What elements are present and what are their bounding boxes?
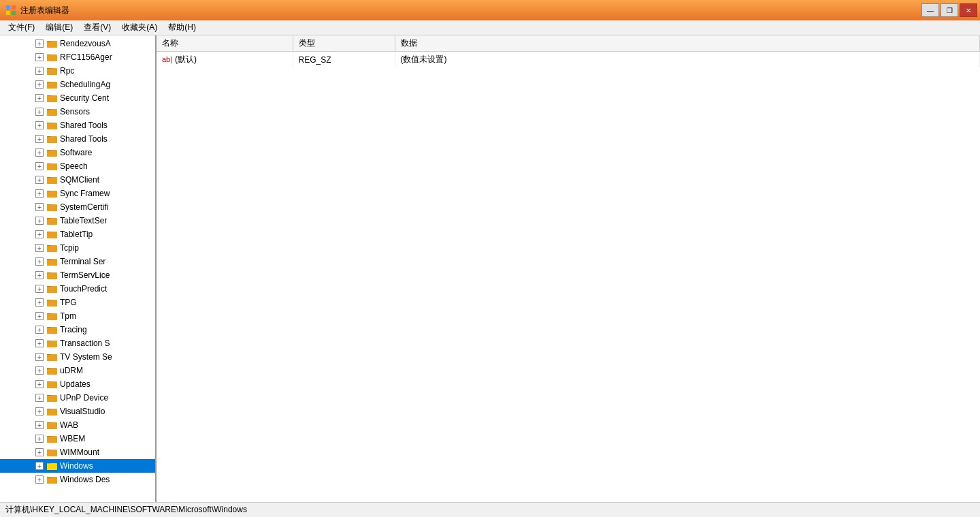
menu-item-帮助(H)[interactable]: 帮助(H): [163, 20, 201, 35]
expand-btn-Speech[interactable]: +: [35, 162, 44, 170]
tree-item-SharedTools1[interactable]: + Shared Tools: [0, 119, 155, 132]
tree-item-TouchPredict[interactable]: + TouchPredict: [0, 282, 155, 296]
expand-btn-TerminalSer[interactable]: +: [35, 257, 44, 266]
expand-btn-Software[interactable]: +: [35, 148, 44, 157]
menu-item-查看(V)[interactable]: 查看(V): [78, 20, 116, 35]
tree-item-RendezvousA[interactable]: + RendezvousA: [0, 37, 155, 50]
svg-rect-78: [47, 369, 57, 375]
tree-item-Tpm[interactable]: + Tpm: [0, 309, 155, 323]
expand-btn-SQMClient[interactable]: +: [35, 176, 44, 184]
tree-item-Sensors[interactable]: + Sensors: [0, 105, 155, 119]
table-row[interactable]: ab|(默认)REG_SZ(数值未设置): [157, 52, 980, 68]
tree-label-Tpm: Tpm: [60, 311, 76, 321]
tree-item-TabletTip[interactable]: + TabletTip: [0, 228, 155, 241]
tree-item-TransactionS[interactable]: + Transaction S: [0, 336, 155, 350]
tree-item-Tracing[interactable]: + Tracing: [0, 323, 155, 336]
tree-item-WAB[interactable]: + WAB: [0, 418, 155, 432]
tree-item-TPG[interactable]: + TPG: [0, 296, 155, 309]
expand-btn-WBEM[interactable]: +: [35, 435, 44, 443]
expand-btn-TouchPredict[interactable]: +: [35, 285, 44, 293]
expand-btn-Rpc[interactable]: +: [35, 67, 44, 75]
tree-item-WBEM[interactable]: + WBEM: [0, 432, 155, 445]
expand-btn-Tpm[interactable]: +: [35, 312, 44, 320]
tree-item-SQMClient[interactable]: + SQMClient: [0, 173, 155, 187]
svg-rect-96: [47, 450, 57, 456]
tree-item-uDRM[interactable]: + uDRM: [0, 364, 155, 377]
tree-label-Rpc: Rpc: [60, 66, 74, 76]
menu-item-收藏夹(A)[interactable]: 收藏夹(A): [116, 20, 163, 35]
expand-btn-WAB[interactable]: +: [35, 421, 44, 429]
title-bar: 注册表编辑器 — ❐ ✕: [0, 0, 980, 20]
expand-btn-SystemCertifi[interactable]: +: [35, 203, 44, 211]
tree-label-Sensors: Sensors: [60, 107, 90, 116]
tree-item-SystemCertifi[interactable]: + SystemCertifi: [0, 200, 155, 214]
tree-item-Software[interactable]: + Software: [0, 146, 155, 159]
expand-btn-TableTextSer[interactable]: +: [35, 217, 44, 225]
expand-btn-Tcpip[interactable]: +: [35, 244, 44, 252]
expand-btn-TermServLice[interactable]: +: [35, 271, 44, 279]
svg-rect-60: [47, 287, 57, 293]
expand-btn-TVSystemSe[interactable]: +: [35, 353, 44, 361]
svg-rect-99: [47, 464, 57, 470]
expand-btn-TabletTip[interactable]: +: [35, 230, 44, 238]
minimize-button[interactable]: —: [921, 3, 939, 17]
tree-item-Updates[interactable]: + Updates: [0, 377, 155, 391]
tree-item-VisualStudio[interactable]: + VisualStudio: [0, 405, 155, 418]
values-pane[interactable]: 名称 类型 数据 ab|(默认)REG_SZ(数值未设置): [157, 35, 980, 502]
expand-btn-uDRM[interactable]: +: [35, 366, 44, 375]
tree-item-Rpc[interactable]: + Rpc: [0, 64, 155, 78]
col-name: 名称: [157, 35, 293, 52]
folder-icon-Updates: [47, 379, 58, 389]
expand-btn-SyncFramew[interactable]: +: [35, 189, 44, 198]
expand-btn-Updates[interactable]: +: [35, 380, 44, 388]
tree-item-Tcpip[interactable]: + Tcpip: [0, 241, 155, 255]
expand-btn-TransactionS[interactable]: +: [35, 339, 44, 347]
expand-btn-SharedTools1[interactable]: +: [35, 121, 44, 129]
folder-icon-RFC1156Ager: [47, 52, 58, 62]
tree-item-RFC1156Ager[interactable]: + RFC1156Ager: [0, 50, 155, 64]
tree-item-TerminalSer[interactable]: + Terminal Ser: [0, 255, 155, 268]
tree-item-TermServLice[interactable]: + TermServLice: [0, 268, 155, 282]
tree-item-SharedTools2[interactable]: + Shared Tools: [0, 132, 155, 146]
expand-btn-SecurityCent[interactable]: +: [35, 94, 44, 102]
tree-pane[interactable]: + RendezvousA+ RFC1156Ager+ Rpc+ Schedul…: [0, 35, 157, 502]
expand-btn-Tracing[interactable]: +: [35, 326, 44, 334]
close-button[interactable]: ✕: [960, 3, 977, 17]
menu-item-编辑(E)[interactable]: 编辑(E): [40, 20, 78, 35]
expand-btn-VisualStudio[interactable]: +: [35, 407, 44, 416]
tree-item-SecurityCent[interactable]: + Security Cent: [0, 91, 155, 105]
expand-btn-UPnPDevice[interactable]: +: [35, 394, 44, 402]
tree-item-UPnPDevice[interactable]: + UPnP Device: [0, 391, 155, 405]
folder-icon-Tpm: [47, 311, 58, 321]
svg-rect-24: [47, 123, 57, 129]
svg-rect-90: [47, 423, 57, 429]
tree-item-Windows[interactable]: + Windows: [0, 459, 155, 473]
tree-item-WindowsDes[interactable]: + Windows Des: [0, 473, 155, 486]
split-pane: + RendezvousA+ RFC1156Ager+ Rpc+ Schedul…: [0, 35, 980, 502]
svg-rect-39: [47, 191, 57, 198]
value-type: REG_SZ: [293, 52, 395, 68]
svg-rect-27: [47, 137, 57, 143]
expand-btn-RendezvousA[interactable]: +: [35, 40, 44, 48]
tree-label-WindowsDes: Windows Des: [60, 475, 110, 484]
tree-item-SyncFramew[interactable]: + Sync Framew: [0, 187, 155, 200]
restore-button[interactable]: ❐: [941, 3, 958, 17]
expand-btn-WindowsDes[interactable]: +: [35, 475, 44, 484]
folder-icon-SQMClient: [47, 175, 58, 185]
value-data: (数值未设置): [395, 52, 980, 68]
expand-btn-Windows[interactable]: +: [35, 462, 44, 470]
tree-item-SchedulingAg[interactable]: + SchedulingAg: [0, 78, 155, 91]
reg-value-icon: ab|: [162, 55, 172, 63]
expand-btn-SchedulingAg[interactable]: +: [35, 80, 44, 89]
menu-item-文件(F)[interactable]: 文件(F): [3, 20, 40, 35]
expand-btn-RFC1156Ager[interactable]: +: [35, 53, 44, 61]
expand-btn-TPG[interactable]: +: [35, 298, 44, 307]
tree-item-Speech[interactable]: + Speech: [0, 159, 155, 173]
expand-btn-SharedTools2[interactable]: +: [35, 135, 44, 143]
expand-btn-Sensors[interactable]: +: [35, 108, 44, 116]
tree-item-TVSystemSe[interactable]: + TV System Se: [0, 350, 155, 364]
tree-item-WIMMound[interactable]: + WIMMount: [0, 445, 155, 459]
expand-btn-WIMMound[interactable]: +: [35, 448, 44, 456]
svg-rect-15: [47, 82, 57, 89]
tree-item-TableTextSer[interactable]: + TableTextSer: [0, 214, 155, 228]
